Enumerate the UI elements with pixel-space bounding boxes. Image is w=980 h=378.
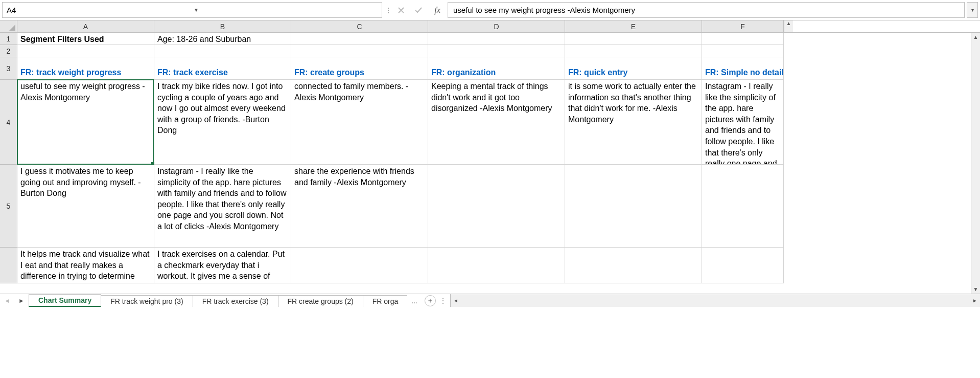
- formula-text: useful to see my weight progress -Alexis…: [453, 6, 635, 14]
- col-header-C[interactable]: C: [291, 20, 428, 32]
- cell-C3[interactable]: FR: create groups: [291, 57, 428, 80]
- cells-container: Segment Filters Used Age: 18-26 and Subu…: [17, 33, 784, 283]
- cell-C4[interactable]: connected to family members. -Alexis Mon…: [291, 80, 428, 165]
- cell-F3[interactable]: FR: Simple no details: [702, 57, 784, 80]
- cell-C2[interactable]: [291, 45, 428, 57]
- cell-E3[interactable]: FR: quick entry: [565, 57, 702, 80]
- row-header-5[interactable]: 5: [0, 165, 17, 248]
- tab-fr-org[interactable]: FR orga: [363, 295, 408, 307]
- fx-label[interactable]: fx: [427, 0, 448, 20]
- cell-D4[interactable]: Keeping a mental track of things didn't …: [428, 80, 565, 165]
- select-all-cell[interactable]: [0, 20, 17, 32]
- cell-E6[interactable]: [565, 248, 702, 283]
- cell-E4[interactable]: it is some work to actually enter the in…: [565, 80, 702, 165]
- cell-F4[interactable]: Instagram - I really like the simplicity…: [702, 80, 784, 165]
- formula-expand-button[interactable]: ▾: [967, 2, 978, 18]
- hscroll-track[interactable]: [461, 297, 970, 304]
- name-box[interactable]: A4 ▼: [2, 2, 382, 18]
- row-headers: 1 2 3 4 5: [0, 33, 17, 283]
- hscroll-right-icon[interactable]: ►: [970, 298, 980, 303]
- formula-bar: A4 ▼ ⋮ fx useful to see my weight progre…: [0, 0, 980, 20]
- column-headers: A B C D E F ▲: [0, 20, 980, 33]
- cancel-formula-button[interactable]: [392, 0, 410, 20]
- table-row: useful to see my weight progress -Alexis…: [17, 80, 784, 165]
- cell-B6[interactable]: I track exercises on a calendar. Put a c…: [154, 248, 291, 283]
- col-header-B[interactable]: B: [154, 20, 291, 32]
- cell-D1[interactable]: [428, 33, 565, 45]
- sheet-tabs: Chart Summary FR track weight pro (3) FR…: [29, 294, 407, 307]
- cell-A6[interactable]: It helps me track and visualize what I e…: [17, 248, 154, 283]
- cell-E5[interactable]: [565, 165, 702, 248]
- cell-D2[interactable]: [428, 45, 565, 57]
- table-row: FR: track weight progress FR: track exer…: [17, 57, 784, 80]
- tab-nav-next[interactable]: ►: [14, 294, 29, 307]
- row-header-6[interactable]: [0, 248, 17, 283]
- tab-fr-track-exercise[interactable]: FR track exercise (3): [193, 295, 278, 307]
- row-header-4[interactable]: 4: [0, 80, 17, 165]
- cell-E2[interactable]: [565, 45, 702, 57]
- cell-C1[interactable]: [291, 33, 428, 45]
- row-header-1[interactable]: 1: [0, 33, 17, 45]
- hscroll-left-icon[interactable]: ◄: [451, 298, 461, 303]
- cell-A3[interactable]: FR: track weight progress: [17, 57, 154, 80]
- cell-F2[interactable]: [702, 45, 784, 57]
- tab-divider: ⋮: [439, 294, 447, 307]
- horizontal-scrollbar[interactable]: ◄ ►: [450, 294, 980, 307]
- table-row: I guess it motivates me to keep going ou…: [17, 165, 784, 248]
- row-header-2[interactable]: 2: [0, 45, 17, 57]
- vertical-scrollbar[interactable]: ▲ ▼: [971, 33, 980, 294]
- table-row: [17, 45, 784, 57]
- x-icon: [397, 6, 405, 14]
- name-box-dropdown-icon[interactable]: ▼: [191, 7, 378, 13]
- cell-F6[interactable]: [702, 248, 784, 283]
- cell-F5[interactable]: [702, 165, 784, 248]
- scroll-up-icon[interactable]: ▲: [973, 33, 978, 41]
- cell-A2[interactable]: [17, 45, 154, 57]
- cell-C5[interactable]: share the experience with friends and fa…: [291, 165, 428, 248]
- cell-B2[interactable]: [154, 45, 291, 57]
- cell-B5[interactable]: Instagram - I really like the simplicity…: [154, 165, 291, 248]
- col-header-E[interactable]: E: [565, 20, 702, 32]
- name-box-value: A4: [7, 6, 191, 14]
- cell-A1[interactable]: Segment Filters Used: [17, 33, 154, 45]
- tab-overflow[interactable]: ...: [407, 294, 422, 307]
- tab-nav-prev[interactable]: ◄: [0, 294, 14, 307]
- row-header-3[interactable]: 3: [0, 57, 17, 80]
- cell-B1[interactable]: Age: 18-26 and Suburban: [154, 33, 291, 45]
- cell-F1[interactable]: [702, 33, 784, 45]
- cell-E1[interactable]: [565, 33, 702, 45]
- col-header-D[interactable]: D: [428, 20, 565, 32]
- cell-A5[interactable]: I guess it motivates me to keep going ou…: [17, 165, 154, 248]
- cell-B4[interactable]: I track my bike rides now. I got into cy…: [154, 80, 291, 165]
- cell-A4[interactable]: useful to see my weight progress -Alexis…: [17, 80, 154, 165]
- table-row: It helps me track and visualize what I e…: [17, 248, 784, 283]
- cell-D6[interactable]: [428, 248, 565, 283]
- cell-D3[interactable]: FR: organization: [428, 57, 565, 80]
- cell-C6[interactable]: [291, 248, 428, 283]
- table-row: Segment Filters Used Age: 18-26 and Subu…: [17, 33, 784, 45]
- cell-D5[interactable]: [428, 165, 565, 248]
- scroll-down-icon[interactable]: ▼: [973, 285, 978, 294]
- formula-input[interactable]: useful to see my weight progress -Alexis…: [448, 2, 965, 18]
- sheet-tab-bar: ◄ ► Chart Summary FR track weight pro (3…: [0, 294, 980, 307]
- spreadsheet-grid: A B C D E F ▲ 1 2 3 4 5 Segment Filters …: [0, 20, 980, 294]
- formula-bar-divider: ⋮: [384, 0, 392, 20]
- col-header-F[interactable]: F: [702, 20, 784, 32]
- cell-B3[interactable]: FR: track exercise: [154, 57, 291, 80]
- tab-fr-track-weight[interactable]: FR track weight pro (3): [101, 295, 193, 307]
- check-icon: [414, 6, 423, 14]
- col-header-A[interactable]: A: [17, 20, 154, 32]
- new-sheet-button[interactable]: ＋: [425, 295, 436, 306]
- tab-chart-summary[interactable]: Chart Summary: [29, 294, 101, 307]
- vertical-scrollbar-top[interactable]: ▲: [784, 20, 793, 32]
- tab-fr-create-groups[interactable]: FR create groups (2): [278, 295, 363, 307]
- confirm-formula-button[interactable]: [410, 0, 427, 20]
